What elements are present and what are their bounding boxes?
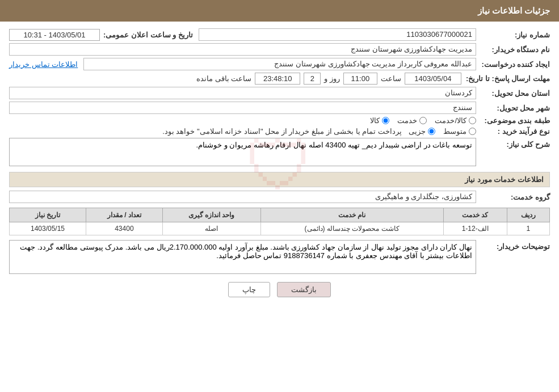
purchase-type-label: نوع فرآیند خرید :	[476, 127, 550, 136]
col-quantity: تعداد / مقدار	[86, 208, 162, 222]
category-option-goods-service[interactable]: کالا/خدمت	[435, 116, 476, 125]
send-date-row: مهلت ارسال پاسخ: تا تاریخ: 1403/05/04 سا…	[9, 73, 550, 85]
need-desc-row: شرح کلی نیاز: <span data-bind="fields.ne…	[9, 138, 550, 166]
buyer-org-label: نام دستگاه خریدار:	[476, 45, 550, 54]
buyer-notes-row: توضیحات خریدار:	[9, 240, 550, 274]
city-label: شهر محل تحویل:	[476, 104, 550, 112]
city-value: سنندج	[9, 102, 476, 114]
creator-value: عبدالله معروفی کاربرداز مدیریت جهادکشاور…	[83, 58, 476, 70]
print-button[interactable]: چاپ	[228, 282, 270, 297]
category-radio-group: کالا/خدمت خدمت کالا	[370, 116, 476, 125]
purchase-type-row: نوع فرآیند خرید : متوسط جزیی پرداخت تمام…	[9, 127, 550, 136]
send-time-value: 11:00	[343, 73, 377, 85]
service-group-row: گروه خدمت: کشاورزی، جنگلداری و ماهیگیری	[9, 191, 550, 203]
buyer-notes-textarea[interactable]	[9, 240, 476, 274]
province-label: استان محل تحویل:	[476, 89, 550, 98]
table-row: 1الف-12-1کاشت محصولات چندساله (دائمی)اصل…	[10, 222, 550, 235]
buttons-row: بازگشت چاپ	[9, 282, 550, 297]
category-option-goods[interactable]: کالا	[370, 116, 389, 125]
send-date-value: 1403/05/04	[405, 73, 461, 85]
purchase-type-minor[interactable]: جزیی	[409, 127, 435, 136]
purchase-type-medium[interactable]: متوسط	[443, 127, 476, 136]
send-time-label: ساعت	[381, 74, 401, 83]
content-area: 🛡 شماره نیاز: 1103030677000021 تاریخ و س…	[0, 22, 559, 310]
page-wrapper: جزئیات اطلاعات نیاز 🛡 شماره نیاز: 110303…	[0, 0, 559, 392]
province-row: استان محل تحویل: کردستان	[9, 87, 550, 99]
announce-value: 1403/05/01 - 10:31	[9, 29, 100, 41]
send-day-label: روز و	[324, 74, 340, 83]
need-number-value: 1103030677000021	[199, 28, 476, 41]
send-date-label: مهلت ارسال پاسخ: تا تاریخ:	[461, 74, 550, 83]
remaining-label: ساعت باقی مانده	[196, 74, 251, 83]
back-button[interactable]: بازگشت	[277, 282, 331, 297]
remaining-value: 23:48:10	[255, 73, 300, 85]
col-name: نام خدمت	[260, 208, 443, 222]
service-group-label: گروه خدمت:	[476, 193, 550, 201]
service-group-value: کشاورزی، جنگلداری و ماهیگیری	[9, 191, 476, 203]
need-desc-label: شرح کلی نیاز:	[476, 138, 550, 149]
creator-row: ایجاد کننده درخواست: عبدالله معروفی کارب…	[9, 58, 550, 70]
city-row: شهر محل تحویل: سنندج	[9, 102, 550, 114]
page-title: جزئیات اطلاعات نیاز	[478, 6, 550, 15]
need-number-row: شماره نیاز: 1103030677000021 تاریخ و ساع…	[9, 28, 550, 41]
need-desc-textarea[interactable]: <span data-bind="fields.need_desc_value"…	[9, 138, 476, 166]
purchase-type-radio-group: متوسط جزیی	[409, 127, 476, 136]
need-number-label: شماره نیاز:	[476, 31, 550, 39]
send-day-value: 2	[304, 73, 321, 85]
page-header: جزئیات اطلاعات نیاز	[0, 0, 559, 22]
col-row: ردیف	[507, 208, 549, 222]
col-code: کد خدمت	[443, 208, 507, 222]
service-info-title: اطلاعات خدمات مورد نیاز	[9, 172, 550, 187]
col-unit: واحد اندازه گیری	[162, 208, 260, 222]
announce-label: تاریخ و ساعت اعلان عمومی:	[103, 31, 193, 39]
buyer-org-row: نام دستگاه خریدار: مدیریت جهادکشاورزی شه…	[9, 43, 550, 56]
buyer-org-value: مدیریت جهادکشاورزی شهرستان سنندج	[9, 43, 476, 56]
category-label: طبقه بندی موضوعی:	[476, 116, 550, 125]
purchase-type-note: پرداخت تمام یا بخشی از مبلغ خریدار از مح…	[9, 127, 402, 136]
buyer-notes-label: توضیحات خریدار:	[476, 240, 550, 251]
category-option-service[interactable]: خدمت	[397, 116, 427, 125]
province-value: کردستان	[9, 87, 476, 99]
creator-label: ایجاد کننده درخواست:	[476, 60, 550, 69]
contact-link[interactable]: اطلاعات تماس خریدار	[9, 60, 78, 69]
category-row: طبقه بندی موضوعی: کالا/خدمت خدمت کالا	[9, 116, 550, 125]
col-date: تاریخ نیاز	[10, 208, 86, 222]
services-table: ردیف کد خدمت نام خدمت واحد اندازه گیری ت…	[9, 208, 550, 235]
